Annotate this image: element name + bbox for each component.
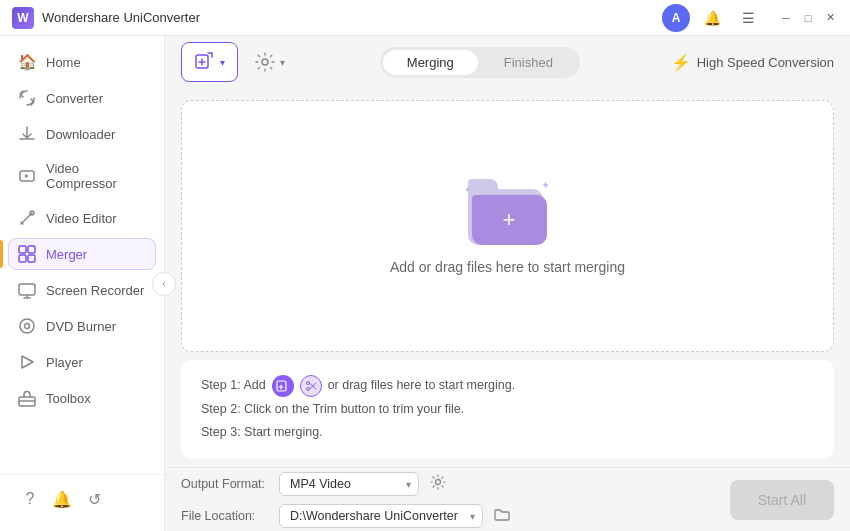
video-editor-icon	[18, 209, 36, 227]
sidebar-item-home[interactable]: 🏠 Home	[0, 44, 164, 80]
settings-button[interactable]: ▾	[250, 47, 289, 77]
sidebar-item-label: Video Editor	[46, 211, 117, 226]
file-location-browse-icon[interactable]	[491, 503, 513, 529]
sidebar-item-screen-recorder[interactable]: Screen Recorder	[0, 272, 164, 308]
dvd-burner-icon	[18, 317, 36, 335]
folder-front: +	[472, 195, 547, 245]
sidebar-item-label: Home	[46, 55, 81, 70]
sidebar: 🏠 Home Converter Downloader Video Compre…	[0, 36, 165, 531]
svg-point-7	[20, 319, 34, 333]
sidebar-item-merger[interactable]: Merger	[0, 236, 164, 272]
sparkle-icon-right: ✦	[541, 179, 550, 192]
minimize-button[interactable]: ─	[778, 10, 794, 26]
menu-button[interactable]: ☰	[734, 4, 762, 32]
folder-icon: + ✦ ✦	[468, 177, 548, 245]
sparkle-icon-left: ✦	[464, 185, 472, 195]
converter-icon	[18, 89, 36, 107]
account-button[interactable]: A	[662, 4, 690, 32]
sidebar-item-label: Converter	[46, 91, 103, 106]
home-icon: 🏠	[18, 53, 36, 71]
file-location-row: File Location: D:\Wondershare UniConvert…	[181, 503, 513, 529]
footer: Output Format: MP4 Video File Location:	[165, 467, 850, 531]
svg-point-8	[25, 324, 30, 329]
sidebar-item-label: Screen Recorder	[46, 283, 144, 298]
drop-zone-text: Add or drag files here to start merging	[390, 259, 625, 275]
alert-button[interactable]: 🔔	[48, 485, 76, 513]
player-icon	[18, 353, 36, 371]
speed-icon: ⚡	[671, 53, 691, 72]
output-format-settings-icon[interactable]	[427, 471, 449, 497]
window-controls: ─ □ ✕	[778, 10, 838, 26]
sidebar-item-downloader[interactable]: Downloader	[0, 116, 164, 152]
notification-button[interactable]: 🔔	[698, 4, 726, 32]
app-logo: W	[12, 7, 34, 29]
sidebar-item-label: Merger	[46, 247, 87, 262]
speed-label: High Speed Conversion	[697, 55, 834, 70]
add-file-dropdown-icon: ▾	[220, 57, 225, 68]
footer-fields: Output Format: MP4 Video File Location:	[181, 471, 513, 529]
sidebar-item-label: DVD Burner	[46, 319, 116, 334]
merger-icon	[18, 245, 36, 263]
drop-zone[interactable]: + ✦ ✦ Add or drag files here to start me…	[181, 100, 834, 352]
svg-point-18	[436, 479, 441, 484]
screen-recorder-icon	[18, 281, 36, 299]
sidebar-item-label: Downloader	[46, 127, 115, 142]
file-location-select-wrap: D:\Wondershare UniConverter	[279, 504, 483, 528]
file-location-select[interactable]: D:\Wondershare UniConverter	[279, 504, 483, 528]
content-area: ▾ ▾ Merging Finished ⚡ High Speed Conver…	[165, 36, 850, 531]
sidebar-item-video-compressor[interactable]: Video Compressor	[0, 152, 164, 200]
title-bar: W Wondershare UniConverter A 🔔 ☰ ─ □ ✕	[0, 0, 850, 36]
output-format-label: Output Format:	[181, 477, 271, 491]
step-3-text: Step 3: Start merging.	[201, 421, 323, 445]
add-icon-purple	[272, 375, 294, 397]
output-format-select[interactable]: MP4 Video	[279, 472, 419, 496]
sidebar-item-toolbox[interactable]: Toolbox	[0, 380, 164, 416]
drop-zone-wrapper: + ✦ ✦ Add or drag files here to start me…	[165, 88, 850, 467]
start-all-button[interactable]: Start All	[730, 480, 834, 520]
sidebar-item-dvd-burner[interactable]: DVD Burner	[0, 308, 164, 344]
main-layout: 🏠 Home Converter Downloader Video Compre…	[0, 36, 850, 531]
scissors-icon	[300, 375, 322, 397]
svg-rect-3	[28, 246, 35, 253]
refresh-button[interactable]: ↺	[80, 485, 108, 513]
title-bar-right: A 🔔 ☰ ─ □ ✕	[662, 4, 838, 32]
sidebar-item-label: Video Compressor	[46, 161, 146, 191]
close-button[interactable]: ✕	[822, 10, 838, 26]
sidebar-item-player[interactable]: Player	[0, 344, 164, 380]
output-format-select-wrap: MP4 Video	[279, 472, 419, 496]
add-file-button[interactable]: ▾	[181, 42, 238, 82]
file-location-label: File Location:	[181, 509, 271, 523]
step-1-row: Step 1: Add or drag files here to start …	[201, 374, 814, 398]
step-2-row: Step 2: Click on the Trim button to trim…	[201, 398, 814, 422]
svg-rect-4	[19, 255, 26, 262]
folder-plus-icon: +	[503, 207, 516, 233]
sidebar-item-converter[interactable]: Converter	[0, 80, 164, 116]
sidebar-item-video-editor[interactable]: Video Editor	[0, 200, 164, 236]
toolbox-icon	[18, 389, 36, 407]
help-button[interactable]: ?	[16, 485, 44, 513]
app-title: Wondershare UniConverter	[42, 10, 200, 25]
svg-rect-5	[28, 255, 35, 262]
downloader-icon	[18, 125, 36, 143]
toolbar: ▾ ▾ Merging Finished ⚡ High Speed Conver…	[165, 36, 850, 88]
svg-point-12	[262, 59, 268, 65]
output-format-row: Output Format: MP4 Video	[181, 471, 513, 497]
title-bar-left: W Wondershare UniConverter	[12, 7, 200, 29]
sidebar-item-label: Toolbox	[46, 391, 91, 406]
sidebar-bottom: ? 🔔 ↺	[0, 474, 164, 523]
tab-merging[interactable]: Merging	[383, 50, 478, 75]
sidebar-item-label: Player	[46, 355, 83, 370]
tabs-container: Merging Finished	[380, 47, 580, 78]
restore-button[interactable]: □	[800, 10, 816, 26]
tab-finished[interactable]: Finished	[480, 50, 577, 75]
instructions-panel: Step 1: Add or drag files here to start …	[181, 360, 834, 459]
step-1-text: Step 1: Add	[201, 374, 266, 398]
sidebar-collapse-button[interactable]: ‹	[152, 272, 176, 296]
step-2-text: Step 2: Click on the Trim button to trim…	[201, 398, 464, 422]
svg-rect-6	[19, 284, 35, 295]
step-1-suffix: or drag files here to start merging.	[328, 374, 516, 398]
svg-rect-2	[19, 246, 26, 253]
add-file-icon	[194, 50, 214, 74]
speed-conversion-button[interactable]: ⚡ High Speed Conversion	[671, 53, 834, 72]
video-compressor-icon	[18, 167, 36, 185]
